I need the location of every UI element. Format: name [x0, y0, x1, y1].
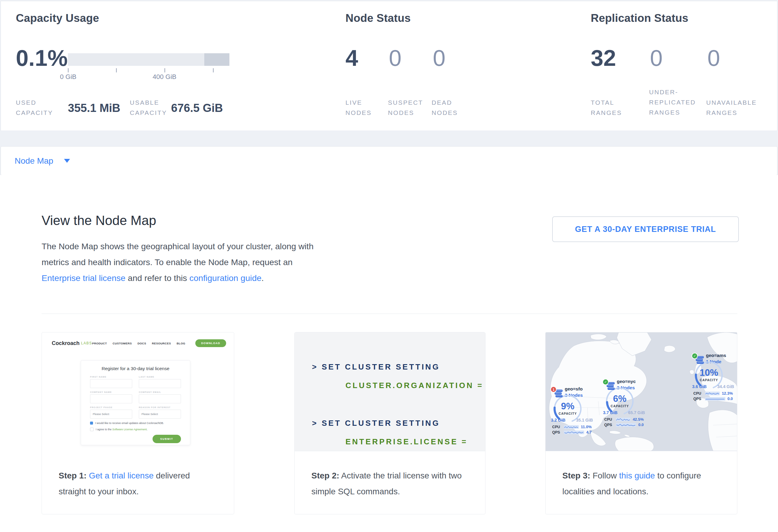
cluster-summary-panel: Capacity Usage 0.1% 0 GiB 400 GiB USED C… — [1, 1, 777, 131]
mini-site-nav-docs: DOCS — [138, 342, 146, 345]
qps-label: QPS — [552, 430, 562, 435]
qps-sparkline — [616, 423, 636, 427]
axis-tick — [68, 68, 69, 72]
step3-prefix: Step 3: — [562, 471, 590, 480]
node-map-preview: 1 geo=sfo 2 Nodes 9% CAPACITY 3.2 GiB35.… — [546, 332, 737, 451]
reason-for-interest-select: Please Select — [139, 409, 181, 419]
section-gap — [0, 131, 778, 146]
last-name-label: LAST NAME — [139, 376, 181, 378]
cpu-label: CPU — [552, 425, 562, 429]
company-name-field — [90, 394, 132, 403]
mini-site-brand-suffix: LABS — [81, 341, 92, 345]
qps-sparkline — [564, 431, 584, 434]
step3-text: Follow — [590, 471, 619, 480]
dead-nodes-count: 0 — [433, 47, 445, 69]
under-replicated-ranges-label: UNDER-REPLICATED RANGES — [649, 87, 712, 118]
capacity-label: CAPACITY — [559, 412, 577, 415]
intro-text-3: . — [261, 273, 264, 283]
sql-prompt-1: > SET CLUSTER SETTING — [312, 362, 440, 372]
capacity-usage-title: Capacity Usage — [16, 12, 99, 24]
cpu-sparkline — [616, 418, 631, 421]
capacity-total-value: 35.1 GiB — [576, 418, 593, 423]
capacity-percent: 10% — [700, 367, 718, 378]
enterprise-trial-license-link[interactable]: Enterprise trial license — [42, 273, 125, 283]
qps-label: QPS — [604, 423, 614, 427]
usable-capacity-value: 676.5 GiB — [171, 102, 223, 115]
mini-site-header: Cockroach LABS PRODUCT CUSTOMERS DOCS RE… — [50, 338, 226, 349]
step2-caption: Step 2: Activate the trial license with … — [295, 451, 485, 514]
last-name-field — [139, 379, 181, 388]
email-updates-label: I would like to receive email updates ab… — [95, 422, 164, 425]
step1-prefix: Step 1: — [59, 471, 86, 480]
cpu-label: CPU — [604, 417, 614, 422]
project-phase-select: Please Select — [90, 409, 132, 419]
first-name-field — [90, 379, 132, 388]
this-guide-link[interactable]: this guide — [619, 471, 655, 480]
usable-capacity-label: USABLE CAPACITY — [130, 97, 175, 118]
used-capacity-label: USED CAPACITY — [16, 97, 61, 118]
cpu-value: 11.0% — [581, 425, 592, 429]
locality-label: geo=sfo — [565, 386, 583, 392]
capacity-usage-bar-used-segment — [204, 53, 229, 66]
sql-commands-panel: > SET CLUSTER SETTING CLUSTER.ORGANIZATI… — [295, 332, 485, 451]
cpu-sparkline — [564, 425, 579, 429]
get-enterprise-trial-button[interactable]: GET A 30-DAY ENTERPRISE TRIAL — [552, 216, 739, 242]
suspect-nodes-label: SUSPECT NODES — [388, 97, 430, 118]
sql-arg-2: ENTERPRISE.LICENSE = — [345, 437, 468, 446]
trial-form-title: Register for a 30-day trial license — [90, 366, 181, 371]
mini-site-nav-resources: RESOURCES — [152, 342, 171, 345]
software-license-agreement-link: Software License Agreement — [112, 428, 147, 431]
axis-tick-label-0: 0 GiB — [47, 73, 89, 81]
cpu-label: CPU — [693, 391, 703, 395]
mini-site-nav-blog: BLOG — [177, 342, 185, 345]
email-updates-checkbox — [90, 422, 93, 425]
capacity-used-value: 3.7 GiB — [603, 410, 617, 415]
get-trial-license-link[interactable]: Get a trial license — [89, 471, 153, 480]
step2-card: > SET CLUSTER SETTING CLUSTER.ORGANIZATI… — [294, 332, 485, 514]
step3-card: 1 geo=sfo 2 Nodes 9% CAPACITY 3.2 GiB35.… — [545, 332, 737, 514]
qps-value: 0.0 — [638, 423, 644, 427]
capacity-usage-percent: 0.1% — [16, 47, 68, 69]
error-badge: 1 — [550, 386, 557, 393]
chevron-down-icon — [64, 159, 70, 163]
qps-value: 0.0 — [727, 396, 733, 401]
mini-site-nav: PRODUCT CUSTOMERS DOCS RESOURCES BLOG DO… — [92, 339, 226, 347]
qps-label: QPS — [693, 397, 703, 401]
view-selector-dropdown[interactable]: Node Map — [1, 146, 777, 175]
capacity-total-value: 65.7 GiB — [628, 410, 645, 415]
license-agreement-period: . — [147, 428, 148, 431]
configuration-guide-link[interactable]: configuration guide — [189, 273, 261, 283]
capacity-percent: 9% — [561, 401, 574, 411]
sql-arg-1: CLUSTER.ORGANIZATION = — [345, 381, 483, 390]
capacity-label: CAPACITY — [700, 378, 718, 382]
company-email-field — [139, 394, 181, 403]
qps-value: 4.7 — [586, 430, 592, 435]
qps-sparkline — [705, 397, 725, 401]
first-name-label: FIRST NAME — [90, 376, 132, 378]
capacity-total-value: 34.4 GiB — [717, 384, 734, 389]
registration-screenshot: Cockroach LABS PRODUCT CUSTOMERS DOCS RE… — [42, 332, 234, 451]
mini-site-download-button: DOWNLOAD — [195, 339, 226, 347]
locality-label: geo=nyc — [617, 379, 636, 384]
capacity-used-value: 3.2 GiB — [551, 418, 565, 423]
total-ranges-label: TOTAL RANGES — [591, 97, 633, 118]
step1-text — [86, 471, 89, 480]
cpu-sparkline — [705, 392, 720, 395]
license-agreement-text: I agree to the — [96, 428, 112, 431]
company-name-label: COMPANY NAME — [90, 391, 132, 393]
mini-site-nav-customers: CUSTOMERS — [113, 342, 132, 345]
capacity-usage-bar — [68, 53, 229, 66]
axis-tick-label-400: 400 GiB — [144, 73, 185, 81]
unavailable-ranges-count: 0 — [707, 47, 720, 69]
step1-caption: Step 1: Get a trial license delivered st… — [42, 451, 234, 514]
step2-prefix: Step 2: — [311, 471, 339, 480]
submit-button: SUBMIT — [153, 435, 181, 443]
intro-paragraph: The Node Map shows the geographical layo… — [42, 238, 330, 286]
axis-tick — [213, 68, 214, 72]
axis-tick — [164, 68, 165, 72]
total-ranges-count: 32 — [591, 47, 616, 69]
capacity-label: CAPACITY — [611, 404, 629, 408]
capacity-percent: 6% — [613, 393, 627, 404]
company-email-label: COMPANY EMAIL — [139, 391, 181, 393]
cpu-value: 12.3% — [722, 391, 733, 395]
